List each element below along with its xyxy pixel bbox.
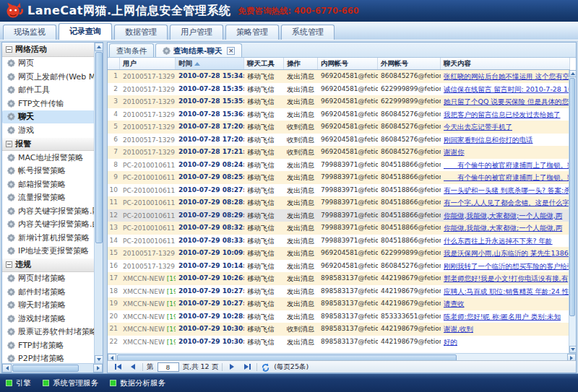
chat-content-link[interactable]: 谢谢,收到 (444, 325, 473, 333)
last-page-button[interactable] (241, 362, 253, 372)
chat-content-link[interactable]: 今天出去忘记带手机了 (444, 123, 512, 131)
table-row[interactable]: 11 PC-20100106111 2010-07-29 08:28:29 移动… (108, 196, 570, 209)
sidebar-entry[interactable]: MAC地址报警策略 (2, 151, 95, 165)
table-row[interactable]: 2 20100517-1329[1 2010-07-28 15:35:02 移动… (108, 83, 570, 96)
nav-tab[interactable]: 数据管理 (114, 25, 168, 40)
sidebar-entry[interactable]: 网页 (2, 57, 95, 71)
table-row[interactable]: 20 XMCCN-NEW[19 2010-07-29 10:28:42 移动飞信… (108, 310, 570, 323)
table-row[interactable]: 13 PC-20100106111 2010-07-29 08:32:25 移动… (108, 222, 570, 235)
table-row[interactable]: 3 20100517-1329[1 2010-07-28 15:35:44 移动… (108, 95, 570, 108)
page-number-input[interactable] (158, 362, 179, 372)
chat-content-link[interactable]: 刚回家看到信息和你打的电话 (444, 136, 533, 144)
chat-content-link[interactable]: 有一个字,人人见了都会念错。这是什么字? (444, 199, 570, 206)
sidebar-entry[interactable]: 新增计算机报警策略 (2, 231, 95, 245)
sidebar-horizontal-scrollbar[interactable] (2, 363, 103, 373)
chat-content-link[interactable]: 她只留了个QQ 说要买保险 但是具体的您回去 (444, 97, 570, 105)
chat-content-link[interactable]: 谢谢你 (444, 148, 465, 156)
table-row[interactable]: 15 20100517-1329[1 2010-07-29 10:09:16 移… (108, 247, 570, 260)
table-row[interactable]: 16 20100517-1329[1 2010-07-29 10:14:54 移… (108, 260, 570, 273)
collapse-icon[interactable] (6, 141, 12, 147)
table-row[interactable]: 9 PC-20100106111 2010-07-29 08:25:43 移动飞… (108, 171, 570, 184)
chat-content-link[interactable]: 什么东西往上升永远掉不下来? 年龄 (444, 237, 553, 245)
table-row[interactable]: 8 PC-20100106111 2010-07-29 08:24:43 移动飞… (108, 159, 570, 172)
chat-content-link[interactable]: 张红晓的网站后台她不懂运用 这个您有空记得 (444, 72, 570, 80)
chat-content-link[interactable]: 请查收 (444, 300, 465, 308)
chat-content-link[interactable]: 我是沃保网小雨,山东临沂的 某先生1386497 (444, 249, 570, 257)
sidebar-entry[interactable]: 网页封堵策略 (2, 272, 95, 286)
sidebar-entry[interactable]: 邮件工具 (2, 84, 95, 97)
sidebar-entry[interactable]: 游戏封堵策略 (2, 312, 95, 326)
table-row[interactable]: 5 20100517-1329[1 2010-07-28 17:20:05 移动… (108, 121, 570, 134)
chat-content-link[interactable]: 陈老师:您好!昵 称:匿名用户 类别:未知 (444, 313, 561, 321)
table-vertical-scrollbar[interactable] (569, 70, 576, 353)
scroll-left-button[interactable] (2, 364, 12, 373)
sidebar-entry[interactable]: P2P封堵策略 (2, 352, 95, 365)
table-row[interactable]: 17 XMCCN-NEW[19 2010-07-29 10:26:41 移动飞信… (108, 272, 570, 285)
column-header-operation[interactable]: 操作 (284, 58, 318, 69)
sidebar-entry[interactable]: 邮件封堵策略 (2, 285, 95, 299)
sidebar-entry[interactable]: FTP封堵策略 (2, 339, 95, 352)
sidebar-vertical-scrollbar[interactable] (94, 43, 103, 364)
column-header-time[interactable]: 时间 (176, 58, 244, 69)
nav-tab[interactable]: 系统管理 (281, 25, 335, 40)
column-header-chat-content[interactable]: 聊天内容 (441, 58, 570, 69)
sidebar-entry[interactable]: 网络活动 (2, 43, 95, 57)
scroll-thumb[interactable] (569, 78, 575, 316)
scroll-down-button[interactable] (569, 346, 577, 353)
chat-content-link[interactable]: 有个偷牛的被官府逮捕而上了枷锁。熟人! (444, 161, 570, 169)
chat-content-link[interactable]: 你能做,我能做,大家都做;一个人能做,两 (444, 224, 562, 232)
table-row[interactable]: 12 PC-20100106111 2010-07-29 08:29:00 移动… (108, 209, 570, 222)
scroll-thumb[interactable] (12, 365, 79, 372)
column-header-number[interactable] (108, 58, 120, 69)
column-header-chat-tool[interactable]: 聊天工具 (244, 58, 284, 69)
table-row[interactable]: 19 XMCCN-NEW[19 2010-07-29 10:27:15 移动飞信… (108, 297, 570, 310)
sidebar-entry[interactable]: 邮箱报警策略 (2, 178, 95, 191)
chat-content-link[interactable]: 应聘人:马百成 职位:销售精英 年龄:24 性别(0 (444, 287, 570, 295)
table-row[interactable]: 10 PC-20100106111 2010-07-29 08:27:31 移动… (108, 184, 570, 197)
sidebar-entry[interactable]: FTP文件传输 (2, 97, 95, 110)
nav-tab[interactable]: 记录查询 (59, 23, 112, 40)
next-page-button[interactable] (226, 362, 238, 372)
sidebar-entry[interactable]: 聊天封堵策略 (2, 299, 95, 313)
sidebar-entry[interactable]: 游戏 (2, 123, 95, 137)
sidebar-entry[interactable]: 股票证券软件封堵策略 (2, 326, 95, 339)
sidebar-entry[interactable]: 违规 (2, 258, 95, 272)
table-row[interactable]: 21 XMCCN-NEW[19 2010-07-29 10:30:10 移动飞信… (108, 323, 570, 336)
sidebar-entry[interactable]: 网页上发邮件(Web Mai (2, 70, 95, 84)
tab-query-conditions[interactable]: 查询条件 (109, 43, 154, 57)
chat-content-link[interactable]: 郭老师您好!我是小文!打你电话没有接,有 (444, 274, 568, 282)
tab-query-result-chat[interactable]: 查询结果-聊天 × (155, 43, 242, 57)
table-row[interactable]: 1 20100517-1329[1 2010-07-28 15:34:11 移动… (108, 70, 570, 83)
chat-content-link[interactable]: 有个偷牛的被官府逮捕而上了枷锁。熟人! (444, 173, 570, 181)
nav-tab[interactable]: 策略管理 (225, 25, 279, 40)
table-row[interactable]: 22 XMCCN-NEW[19 2010-07-29 10:30:27 移动飞信… (108, 336, 570, 349)
sidebar-entry[interactable]: IP地址变更报警策略 (2, 245, 95, 258)
nav-tab[interactable]: 现场监视 (3, 25, 56, 40)
refresh-icon[interactable] (261, 362, 270, 372)
first-page-button[interactable] (112, 362, 124, 372)
table-row[interactable]: 7 20100517-1329[1 2010-07-28 17:21:32 移动… (108, 146, 570, 159)
scroll-up-button[interactable] (95, 43, 103, 51)
sidebar-entry[interactable]: 流量报警策略 (2, 191, 95, 205)
column-header-user[interactable]: 用户 (120, 58, 176, 69)
chat-content-link[interactable]: 诚信保在线留言 留言时间: 2010-7-28 10:50:0 (444, 85, 570, 93)
sidebar-entry[interactable]: 报警 (2, 137, 95, 152)
table-row[interactable]: 18 XMCCN-NEW[19 2010-07-29 10:27:04 移动飞信… (108, 285, 570, 298)
chat-content-link[interactable]: 我把客户的留言信息已经发过去给她了 (444, 110, 561, 118)
sidebar-entry[interactable]: 帐号报警策略 (2, 165, 95, 178)
prev-page-button[interactable] (127, 362, 139, 372)
chat-content-link[interactable]: 刚刚我转了一个临沂的想买车险的客户给张红 (444, 262, 570, 270)
column-header-external-account[interactable]: 外网帐号 (378, 58, 441, 69)
scroll-right-button[interactable] (93, 364, 103, 373)
nav-tab[interactable]: 用户管理 (170, 25, 223, 40)
collapse-icon[interactable] (6, 46, 12, 53)
table-row[interactable]: 4 20100517-1329[1 2010-07-28 15:36:30 移动… (108, 108, 570, 121)
column-header-internal-account[interactable]: 内网帐号 (318, 58, 378, 69)
close-icon[interactable]: × (227, 47, 235, 55)
scroll-thumb[interactable] (95, 52, 103, 243)
chat-content-link[interactable]: 有一头驴和一头猪 到底杀哪一头? 答案:杀猪 (444, 186, 570, 194)
sidebar-entry[interactable]: 聊天 (2, 110, 95, 124)
chat-content-link[interactable]: 你能做,我能做,大家都做;一个人能做,两 (444, 212, 562, 219)
table-row[interactable]: 6 20100517-1329[1 2010-07-28 17:20:27 移动… (108, 134, 570, 147)
scroll-up-button[interactable] (569, 70, 577, 77)
